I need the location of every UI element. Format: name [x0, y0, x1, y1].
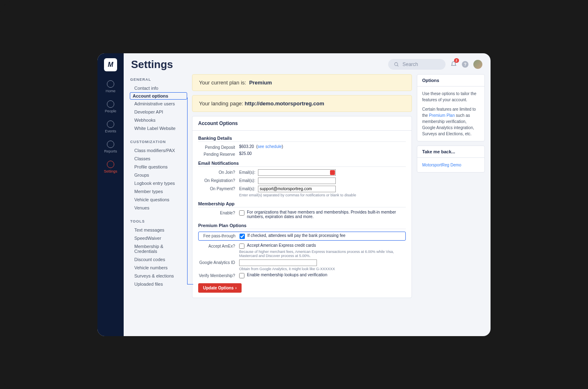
search-icon	[394, 62, 399, 67]
nav-member-types[interactable]: Member types	[130, 187, 187, 196]
content-area: Settings Search 2 ? GENERAL Contact info…	[124, 53, 491, 336]
ga-input[interactable]	[239, 259, 317, 266]
fee-passthrough-checkbox[interactable]	[240, 234, 245, 239]
rail-people[interactable]: People	[105, 100, 116, 113]
sidebar-nav: GENERAL Contact info Account options Adm…	[124, 74, 187, 336]
connector-line	[187, 284, 193, 284]
enable-membership-checkbox[interactable]	[239, 210, 244, 216]
rail-reports[interactable]: Reports	[104, 141, 117, 153]
ga-label: Google Analytics ID	[198, 259, 239, 265]
nav-groups[interactable]: Groups	[130, 171, 187, 179]
email-prefix: Email(s):	[239, 170, 255, 175]
nav-class-modifiers[interactable]: Class modifiers/PAX	[130, 146, 187, 155]
nav-logbook[interactable]: Logbook entry types	[130, 179, 187, 187]
nav-vehicle-numbers[interactable]: Vehicle numbers	[130, 264, 187, 272]
rail-people-label: People	[105, 109, 116, 113]
premium-heading: Premium Plan Options	[198, 223, 406, 229]
settings-icon	[107, 161, 114, 168]
nav-white-label[interactable]: White Label Website	[130, 124, 187, 132]
banner-plan-prefix: Your current plan is:	[199, 80, 246, 86]
nav-developer-api[interactable]: Developer API	[130, 108, 187, 116]
nav-membership-credentials[interactable]: Membership & Credentials	[130, 242, 187, 255]
panel-header: Account Options	[192, 116, 412, 131]
notifications-button[interactable]: 2	[450, 60, 457, 68]
on-registration-label: On Registration?	[198, 177, 239, 183]
fee-desc: If checked, attendees will pay the bank …	[247, 233, 346, 238]
on-join-input[interactable]	[258, 169, 336, 176]
nav-webhooks[interactable]: Webhooks	[130, 116, 187, 124]
pending-deposit-value: $603.20	[239, 144, 254, 149]
options-p1: Use these options to tailor the features…	[422, 91, 479, 103]
take-me-back-card: Take me back... MotorsportReg Demo	[417, 146, 485, 173]
svg-point-0	[395, 62, 398, 66]
fee-label: Fee pass-through	[201, 234, 240, 238]
nav-text-messages[interactable]: Text messages	[130, 226, 187, 234]
verify-checkbox[interactable]	[239, 273, 244, 278]
svg-line-1	[397, 65, 398, 66]
pending-reserve-value: $25.00	[239, 151, 406, 156]
logo[interactable]: M	[104, 58, 117, 71]
rail-reports-label: Reports	[104, 149, 117, 153]
body-row: GENERAL Contact info Account options Adm…	[124, 74, 491, 336]
options-card-header: Options	[417, 75, 484, 86]
search-placeholder: Search	[403, 61, 418, 67]
right-column: Options Use these options to tailor the …	[417, 74, 491, 336]
premium-plan-link[interactable]: Premium Plan	[429, 113, 455, 118]
nav-discount-codes[interactable]: Discount codes	[130, 255, 187, 264]
verify-label: Verify Membership?	[198, 273, 239, 278]
notification-badge: 2	[454, 58, 459, 63]
email-prefix: Email(s):	[239, 187, 255, 191]
amex-desc: Accept American Express credit cards	[247, 243, 316, 248]
update-options-button[interactable]: Update Options›	[198, 283, 242, 293]
on-registration-input[interactable]	[258, 177, 336, 184]
email-heading: Email Notifications	[198, 161, 406, 167]
email-hint: Enter email(s) separated by commas for n…	[239, 193, 406, 197]
options-p2: Certain features are limited to the Prem…	[422, 106, 479, 137]
search-input[interactable]: Search	[388, 59, 446, 70]
help-button[interactable]: ?	[462, 61, 468, 68]
back-link[interactable]: MotorsportReg Demo	[422, 163, 461, 167]
nav-contact-info[interactable]: Contact info	[130, 84, 187, 92]
on-payment-label: On Payment?	[198, 186, 239, 191]
nav-vehicle-questions[interactable]: Vehicle questions	[130, 196, 187, 204]
on-payment-input[interactable]	[258, 186, 336, 192]
banner-landing: Your landing page: http://demo.motorspor…	[192, 95, 412, 112]
rail-events-label: Events	[105, 129, 116, 133]
avatar[interactable]	[473, 60, 482, 69]
banner-plan: Your current plan is: Premium	[192, 74, 412, 91]
icon-rail: M Home People Events Reports Settings	[97, 53, 124, 336]
rail-events[interactable]: Events	[105, 121, 116, 133]
rail-settings[interactable]: Settings	[104, 161, 118, 173]
nav-account-options[interactable]: Account options	[130, 92, 187, 100]
people-icon	[107, 100, 114, 108]
see-schedule-link[interactable]: see schedule	[258, 144, 282, 149]
events-icon	[107, 121, 114, 128]
connector-line	[187, 98, 188, 284]
header-bar: Settings Search 2 ?	[124, 53, 491, 74]
banner-landing-url: http://demo.motorsportreg.com	[245, 100, 324, 107]
banking-heading: Banking Details	[198, 136, 406, 142]
banner-landing-prefix: Your landing page:	[199, 100, 243, 107]
nav-classes[interactable]: Classes	[130, 155, 187, 163]
pending-deposit-label: Pending Deposit	[198, 144, 239, 150]
nav-heading-tools: TOOLS	[130, 219, 187, 223]
input-indicator-icon	[330, 170, 335, 175]
amex-label: Accept AmEx?	[198, 243, 239, 248]
pending-reserve-label: Pending Reserve	[198, 151, 239, 157]
nav-uploaded-files[interactable]: Uploaded files	[130, 280, 187, 288]
page-title: Settings	[131, 58, 383, 71]
nav-surveys-elections[interactable]: Surveys & elections	[130, 272, 187, 280]
nav-heading-general: GENERAL	[130, 77, 187, 82]
amex-checkbox[interactable]	[239, 243, 244, 249]
fee-passthrough-row: Fee pass-through If checked, attendees w…	[198, 232, 406, 241]
home-icon	[107, 80, 114, 88]
nav-speedwaiver[interactable]: SpeedWaiver	[130, 234, 187, 242]
rail-home[interactable]: Home	[106, 80, 115, 93]
rail-home-label: Home	[106, 89, 115, 93]
options-card: Options Use these options to tailor the …	[417, 74, 485, 141]
main-column: Your current plan is: Premium Your landi…	[187, 74, 417, 336]
enable-desc: For organizations that have members and …	[247, 210, 406, 219]
nav-venues[interactable]: Venues	[130, 204, 187, 212]
nav-profile-questions[interactable]: Profile questions	[130, 163, 187, 171]
nav-admin-users[interactable]: Administrative users	[130, 100, 187, 108]
